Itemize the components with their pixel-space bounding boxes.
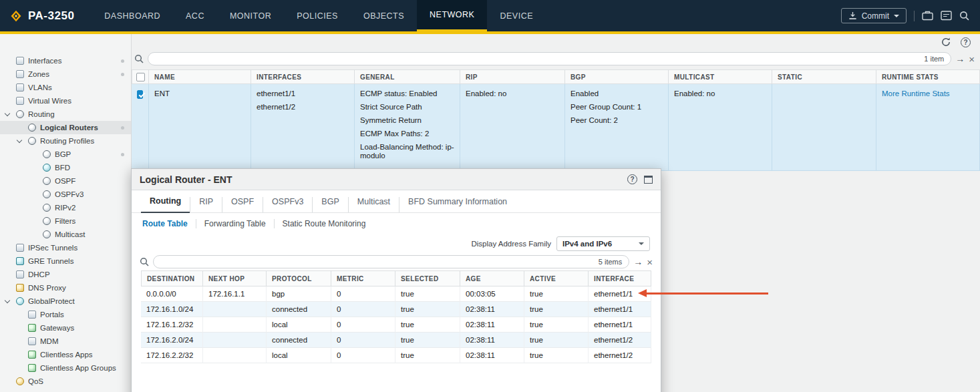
row-checkbox[interactable] — [137, 90, 143, 99]
col-interfaces[interactable]: INTERFACES — [251, 69, 355, 84]
tab-bfd-summary[interactable]: BFD Summary Information — [399, 197, 516, 212]
sidebar-item-logical-routers[interactable]: Logical Routers — [0, 121, 131, 134]
dialog-maximize-icon[interactable] — [644, 176, 653, 184]
sidebar-item-virtual-wires[interactable]: Virtual Wires — [0, 94, 131, 108]
sidebar-item-label: IPSec Tunnels — [28, 244, 77, 252]
general-line: Strict Source Path — [360, 103, 454, 112]
col-name[interactable]: NAME — [149, 69, 251, 84]
sidebar-item-dns-proxy[interactable]: DNS Proxy — [0, 281, 131, 295]
sidebar-item-gateways[interactable]: Gateways — [0, 321, 131, 335]
dialog-help-icon[interactable] — [627, 174, 637, 184]
dialog-titlebar: Logical Router - ENT — [132, 169, 661, 190]
row-select-cell[interactable] — [132, 84, 149, 171]
clear-filter-icon[interactable] — [969, 54, 975, 64]
task-manager-icon[interactable] — [922, 11, 933, 21]
sidebar-item-clientless-app-groups[interactable]: Clientless App Groups — [0, 361, 131, 375]
chevron-down-icon[interactable] — [5, 110, 10, 116]
chevron-down-icon[interactable] — [17, 137, 22, 142]
multicast-icon — [43, 230, 51, 238]
table-row[interactable]: ENT ethernet1/1 ethernet1/2 ECMP status:… — [132, 84, 980, 171]
select-all-cell[interactable] — [132, 69, 149, 84]
sidebar-item-qos[interactable]: QoS — [0, 375, 131, 388]
apply-filter-icon[interactable] — [955, 54, 965, 63]
select-all-checkbox[interactable] — [136, 73, 145, 81]
route-row[interactable]: 172.16.1.0/24 connected 0 true 02:38:11 … — [141, 302, 651, 317]
sidebar-item-mdm[interactable]: MDM — [0, 335, 131, 348]
nav-acc[interactable]: ACC — [173, 0, 217, 31]
filter-input[interactable]: 1 item — [148, 52, 951, 65]
sidebar-item-vlans[interactable]: VLANs — [0, 81, 131, 94]
sidebar-item-routing-profiles[interactable]: Routing Profiles — [0, 134, 131, 148]
route-filter-input[interactable]: 5 items — [153, 255, 629, 268]
cell-age: 02:38:11 — [460, 333, 524, 348]
nav-policies[interactable]: POLICIES — [284, 0, 351, 31]
sidebar-item-interfaces[interactable]: Interfaces — [0, 54, 131, 67]
sidebar-item-portals[interactable]: Portals — [0, 308, 131, 321]
sidebar-item-dhcp[interactable]: DHCP — [0, 268, 131, 281]
nav-dashboard[interactable]: DASHBOARD — [92, 0, 173, 31]
general-line: ECMP status: Enabled — [360, 89, 454, 98]
sidebar-item-label: Logical Routers — [40, 124, 98, 132]
sidebar-item-clientless-apps[interactable]: Clientless Apps — [0, 348, 131, 361]
tab-ospfv3[interactable]: OSPFv3 — [263, 197, 312, 212]
tab-multicast[interactable]: Multicast — [348, 197, 399, 212]
saved-configs-icon[interactable] — [941, 11, 952, 21]
cell-age: 02:38:11 — [460, 317, 524, 333]
cell-age: 02:38:11 — [460, 302, 524, 317]
subtab-static-route-monitoring[interactable]: Static Route Monitoring — [274, 219, 374, 228]
col-protocol[interactable]: PROTOCOL — [267, 270, 331, 286]
col-selected[interactable]: SELECTED — [395, 270, 460, 286]
tab-rip[interactable]: RIP — [190, 197, 222, 212]
col-static[interactable]: STATIC — [772, 69, 876, 84]
col-interface[interactable]: INTERFACE — [589, 270, 651, 286]
sidebar-item-ripv2[interactable]: RIPv2 — [0, 201, 131, 214]
sidebar-item-bgp[interactable]: BGP — [0, 148, 131, 161]
col-destination[interactable]: DESTINATION — [141, 270, 203, 286]
nav-network[interactable]: NETWORK — [417, 0, 487, 31]
nav-monitor[interactable]: MONITOR — [217, 0, 284, 31]
search-icon[interactable] — [959, 11, 969, 21]
col-bgp[interactable]: BGP — [565, 69, 669, 84]
clear-filter-icon[interactable] — [647, 257, 653, 267]
route-row[interactable]: 172.16.1.2/32 local 0 true 02:38:11 true… — [141, 317, 651, 333]
cell-bgp: Enabled Peer Group Count: 1 Peer Count: … — [565, 84, 669, 171]
col-general[interactable]: GENERAL — [355, 69, 460, 84]
sidebar-item-routing[interactable]: Routing — [0, 108, 131, 121]
sidebar-item-bfd[interactable]: BFD — [0, 161, 131, 174]
sidebar-item-ospf[interactable]: OSPF — [0, 174, 131, 188]
commit-button[interactable]: Commit — [841, 8, 907, 23]
route-row[interactable]: 172.16.2.0/24 connected 0 true 02:38:11 … — [141, 333, 651, 348]
tab-ospf[interactable]: OSPF — [222, 197, 263, 212]
address-family-select[interactable]: IPv4 and IPv6 — [556, 236, 650, 251]
apply-filter-icon[interactable] — [633, 257, 643, 266]
tab-routing[interactable]: Routing — [141, 196, 190, 213]
chevron-down-icon[interactable] — [5, 297, 10, 303]
sidebar-item-zones[interactable]: Zones — [0, 67, 131, 81]
col-multicast[interactable]: MULTICAST — [669, 69, 772, 84]
top-actions: Commit — [841, 0, 980, 31]
col-next-hop[interactable]: NEXT HOP — [203, 270, 267, 286]
sidebar-item-multicast[interactable]: Multicast — [0, 228, 131, 241]
more-runtime-stats-link[interactable]: More Runtime Stats — [882, 89, 950, 97]
qos-icon — [16, 377, 24, 385]
sidebar-item-ospfv3[interactable]: OSPFv3 — [0, 188, 131, 201]
sidebar-item-globalprotect[interactable]: GlobalProtect — [0, 295, 131, 308]
col-metric[interactable]: METRIC — [331, 270, 395, 286]
subtab-forwarding-table[interactable]: Forwarding Table — [196, 219, 274, 228]
cell-protocol: local — [267, 317, 331, 333]
sidebar-item-filters[interactable]: Filters — [0, 214, 131, 228]
tab-bgp[interactable]: BGP — [312, 197, 347, 212]
help-icon[interactable] — [961, 37, 971, 47]
refresh-icon[interactable] — [941, 37, 951, 47]
sidebar-item-ipsec-tunnels[interactable]: IPSec Tunnels — [0, 241, 131, 254]
nav-device[interactable]: DEVICE — [487, 0, 546, 31]
col-active[interactable]: ACTIVE — [524, 270, 589, 286]
subtab-route-table[interactable]: Route Table — [142, 219, 196, 228]
nav-objects[interactable]: OBJECTS — [351, 0, 417, 31]
col-rip[interactable]: RIP — [460, 69, 565, 84]
col-runtime-stats[interactable]: RUNTIME STATS — [876, 69, 980, 84]
col-age[interactable]: AGE — [460, 270, 524, 286]
sidebar-item-gre-tunnels[interactable]: GRE Tunnels — [0, 254, 131, 268]
route-row[interactable]: 0.0.0.0/0 172.16.1.1 bgp 0 true 00:03:05… — [141, 286, 651, 302]
route-row[interactable]: 172.16.2.2/32 local 0 true 02:38:11 true… — [141, 348, 651, 363]
